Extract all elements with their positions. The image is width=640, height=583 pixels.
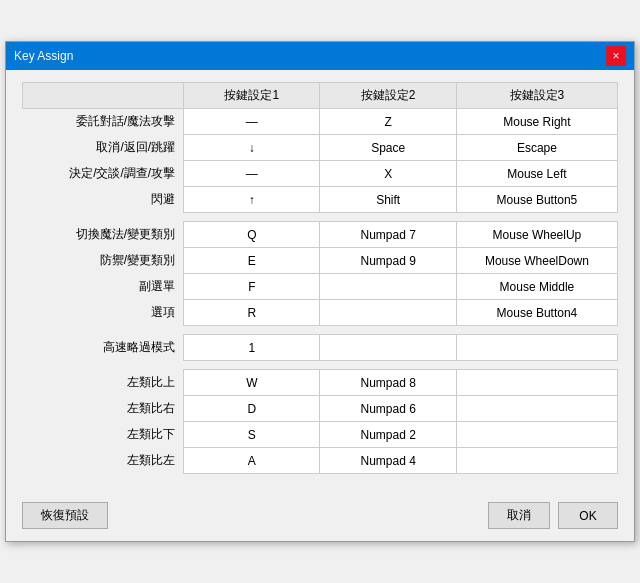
key-cell-col3[interactable] [456, 448, 617, 474]
key-cell-col2[interactable] [320, 274, 456, 300]
key-cell-col3[interactable]: Mouse Right [456, 109, 617, 135]
row-label: 高速略過模式 [23, 335, 184, 361]
key-cell-col1[interactable]: ↓ [184, 135, 320, 161]
table-row: 左類比下SNumpad 2 [23, 422, 618, 448]
row-label: 左類比上 [23, 370, 184, 396]
row-label: 閃避 [23, 187, 184, 213]
key-cell-col3[interactable] [456, 422, 617, 448]
close-button[interactable]: × [606, 46, 626, 66]
key-assign-window: Key Assign × 按鍵設定1 按鍵設定2 按鍵設定3 委託對話/魔法攻擊… [5, 41, 635, 542]
row-label: 取消/返回/跳躍 [23, 135, 184, 161]
spacer-row [23, 326, 618, 335]
key-cell-col2[interactable]: X [320, 161, 456, 187]
row-label: 左類比右 [23, 396, 184, 422]
key-cell-col3[interactable]: Mouse Left [456, 161, 617, 187]
key-cell-col3[interactable]: Mouse Button4 [456, 300, 617, 326]
table-row: 副選單FMouse Middle [23, 274, 618, 300]
key-cell-col1[interactable]: Q [184, 222, 320, 248]
row-label: 決定/交談/調查/攻擊 [23, 161, 184, 187]
key-cell-col2[interactable]: Numpad 8 [320, 370, 456, 396]
key-cell-col1[interactable]: R [184, 300, 320, 326]
key-cell-col1[interactable]: 1 [184, 335, 320, 361]
key-cell-col2[interactable]: Numpad 6 [320, 396, 456, 422]
key-cell-col3[interactable]: Mouse Middle [456, 274, 617, 300]
key-cell-col1[interactable]: A [184, 448, 320, 474]
key-cell-col2[interactable]: Numpad 7 [320, 222, 456, 248]
table-row: 選項RMouse Button4 [23, 300, 618, 326]
key-cell-col1[interactable]: — [184, 161, 320, 187]
table-row: 左類比右DNumpad 6 [23, 396, 618, 422]
restore-button[interactable]: 恢復預設 [22, 502, 108, 529]
footer: 恢復預設 取消 OK [6, 494, 634, 541]
content-area: 按鍵設定1 按鍵設定2 按鍵設定3 委託對話/魔法攻擊—ZMouse Right… [6, 70, 634, 494]
row-label: 左類比下 [23, 422, 184, 448]
key-cell-col1[interactable]: — [184, 109, 320, 135]
table-row: 左類比左ANumpad 4 [23, 448, 618, 474]
row-label: 委託對話/魔法攻擊 [23, 109, 184, 135]
ok-button[interactable]: OK [558, 502, 618, 529]
key-cell-col3[interactable] [456, 396, 617, 422]
header-col2: 按鍵設定2 [320, 83, 456, 109]
table-row: 取消/返回/跳躍↓SpaceEscape [23, 135, 618, 161]
key-cell-col2[interactable]: Space [320, 135, 456, 161]
table-row: 閃避↑ShiftMouse Button5 [23, 187, 618, 213]
row-label: 選項 [23, 300, 184, 326]
table-row: 決定/交談/調查/攻擊—XMouse Left [23, 161, 618, 187]
table-row: 高速略過模式1 [23, 335, 618, 361]
key-cell-col2[interactable] [320, 300, 456, 326]
row-label: 切換魔法/變更類別 [23, 222, 184, 248]
key-cell-col2[interactable] [320, 335, 456, 361]
header-col1: 按鍵設定1 [184, 83, 320, 109]
row-label: 防禦/變更類別 [23, 248, 184, 274]
window-title: Key Assign [14, 49, 73, 63]
key-cell-col3[interactable]: Escape [456, 135, 617, 161]
key-cell-col3[interactable] [456, 370, 617, 396]
table-row: 左類比上WNumpad 8 [23, 370, 618, 396]
cancel-button[interactable]: 取消 [488, 502, 550, 529]
row-label: 副選單 [23, 274, 184, 300]
row-label: 左類比左 [23, 448, 184, 474]
table-row: 防禦/變更類別ENumpad 9Mouse WheelDown [23, 248, 618, 274]
footer-left: 恢復預設 [22, 502, 108, 529]
key-cell-col2[interactable]: Numpad 2 [320, 422, 456, 448]
title-bar: Key Assign × [6, 42, 634, 70]
key-cell-col3[interactable]: Mouse Button5 [456, 187, 617, 213]
key-cell-col1[interactable]: S [184, 422, 320, 448]
key-cell-col2[interactable]: Z [320, 109, 456, 135]
key-cell-col3[interactable]: Mouse WheelDown [456, 248, 617, 274]
key-cell-col3[interactable]: Mouse WheelUp [456, 222, 617, 248]
key-cell-col1[interactable]: F [184, 274, 320, 300]
key-assign-table: 按鍵設定1 按鍵設定2 按鍵設定3 委託對話/魔法攻擊—ZMouse Right… [22, 82, 618, 474]
header-label [23, 83, 184, 109]
spacer-row [23, 213, 618, 222]
key-cell-col3[interactable] [456, 335, 617, 361]
key-cell-col2[interactable]: Numpad 9 [320, 248, 456, 274]
key-cell-col2[interactable]: Numpad 4 [320, 448, 456, 474]
table-row: 切換魔法/變更類別QNumpad 7Mouse WheelUp [23, 222, 618, 248]
key-cell-col1[interactable]: ↑ [184, 187, 320, 213]
header-col3: 按鍵設定3 [456, 83, 617, 109]
key-cell-col1[interactable]: E [184, 248, 320, 274]
key-cell-col1[interactable]: D [184, 396, 320, 422]
key-cell-col1[interactable]: W [184, 370, 320, 396]
footer-right: 取消 OK [488, 502, 618, 529]
table-row: 委託對話/魔法攻擊—ZMouse Right [23, 109, 618, 135]
table-header-row: 按鍵設定1 按鍵設定2 按鍵設定3 [23, 83, 618, 109]
key-cell-col2[interactable]: Shift [320, 187, 456, 213]
spacer-row [23, 361, 618, 370]
